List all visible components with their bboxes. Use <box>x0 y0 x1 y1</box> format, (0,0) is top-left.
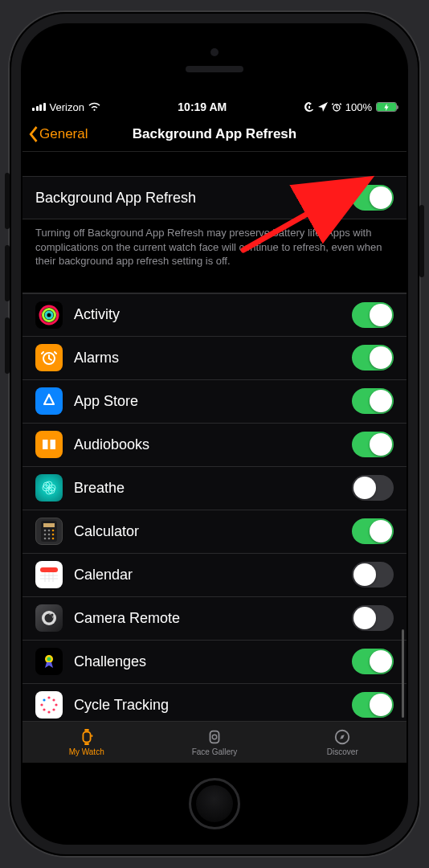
svg-point-16 <box>52 530 55 532</box>
activity-icon <box>35 301 63 329</box>
svg-point-18 <box>48 534 51 536</box>
tab-bar: My Watch Face Gallery Discover <box>22 721 407 763</box>
challenges-icon <box>35 648 63 675</box>
svg-point-11 <box>48 487 55 493</box>
svg-point-37 <box>55 704 57 706</box>
watch-icon <box>77 728 96 746</box>
master-toggle[interactable] <box>352 185 394 211</box>
svg-point-34 <box>47 657 51 661</box>
app-label: Calculator <box>74 523 352 540</box>
svg-point-38 <box>52 709 55 711</box>
toggle-cycle[interactable] <box>352 692 394 718</box>
svg-point-48 <box>212 735 217 739</box>
orientation-lock-icon <box>304 102 314 112</box>
svg-rect-24 <box>40 567 58 572</box>
master-toggle-label: Background App Refresh <box>35 190 352 207</box>
app-row-camera: Camera Remote <box>22 597 407 641</box>
svg-point-35 <box>47 697 50 699</box>
tab-face-gallery[interactable]: Face Gallery <box>150 722 278 763</box>
app-row-challenges: Challenges <box>22 641 407 684</box>
speaker-area <box>21 23 408 97</box>
master-toggle-cell: Background App Refresh <box>22 176 407 219</box>
svg-point-14 <box>44 530 47 532</box>
toggle-camera[interactable] <box>352 605 394 631</box>
toggle-audiobooks[interactable] <box>352 432 394 457</box>
camera-icon <box>35 604 63 632</box>
app-label: Activity <box>74 306 352 323</box>
app-label: Calendar <box>74 567 352 583</box>
alarm-app-icon <box>35 344 63 371</box>
tab-label: Discover <box>327 747 358 756</box>
signal-bars-icon <box>32 103 46 111</box>
app-row-alarms: Alarms <box>22 337 407 380</box>
tab-label: My Watch <box>69 747 104 756</box>
screen: Verizon 10:19 AM 100% Ge <box>22 97 407 763</box>
app-label: App Store <box>74 393 352 410</box>
app-label: Audiobooks <box>74 436 352 453</box>
alarm-icon <box>332 102 341 112</box>
toggle-activity[interactable] <box>352 302 394 328</box>
app-row-breathe: Breathe <box>22 467 407 510</box>
app-label: Breathe <box>74 480 352 497</box>
svg-point-32 <box>51 614 54 616</box>
settings-content[interactable]: Background App Refresh Turning off Backg… <box>22 152 407 721</box>
svg-point-22 <box>52 538 55 540</box>
tab-discover[interactable]: Discover <box>279 722 407 763</box>
app-list: Activity Alarms App St <box>22 293 407 721</box>
svg-point-20 <box>44 538 47 540</box>
master-toggle-footer: Turning off Background App Refresh may p… <box>22 219 407 268</box>
status-bar: Verizon 10:19 AM 100% <box>22 97 407 117</box>
svg-rect-46 <box>91 735 92 737</box>
app-row-cycle: Cycle Tracking <box>22 684 407 721</box>
cycle-tracking-icon <box>35 691 63 719</box>
location-icon <box>318 102 328 112</box>
app-row-activity: Activity <box>22 293 407 337</box>
toggle-appstore[interactable] <box>352 388 394 414</box>
toggle-challenges[interactable] <box>352 649 394 674</box>
app-label: Cycle Tracking <box>74 697 352 714</box>
nav-bar: General Background App Refresh <box>22 117 407 152</box>
battery-icon <box>376 102 397 112</box>
chin <box>21 763 408 845</box>
bezel: Verizon 10:19 AM 100% Ge <box>21 23 408 845</box>
back-button[interactable]: General <box>27 126 88 142</box>
breathe-icon <box>35 474 63 502</box>
toggle-calendar[interactable] <box>352 562 394 588</box>
svg-rect-13 <box>43 523 55 527</box>
toggle-breathe[interactable] <box>352 475 394 501</box>
app-label: Camera Remote <box>74 610 352 627</box>
tab-my-watch[interactable]: My Watch <box>22 722 150 763</box>
svg-point-19 <box>52 534 55 536</box>
app-row-appstore: App Store <box>22 380 407 424</box>
svg-rect-47 <box>210 731 219 743</box>
wifi-icon <box>88 102 100 112</box>
iphone-frame: Verizon 10:19 AM 100% Ge <box>10 12 419 856</box>
chevron-left-icon <box>27 126 38 142</box>
toggle-alarms[interactable] <box>352 345 394 371</box>
svg-rect-44 <box>84 729 89 731</box>
home-button[interactable] <box>189 778 240 829</box>
svg-point-10 <box>43 482 50 489</box>
svg-point-17 <box>44 534 47 536</box>
svg-point-15 <box>48 530 51 532</box>
svg-rect-0 <box>308 106 310 108</box>
tab-label: Face Gallery <box>192 747 238 756</box>
svg-rect-45 <box>84 743 89 745</box>
svg-point-40 <box>43 709 45 711</box>
audiobooks-icon <box>35 431 63 458</box>
scrollbar[interactable] <box>402 629 404 718</box>
toggle-calculator[interactable] <box>352 518 394 544</box>
app-label: Alarms <box>74 350 352 366</box>
earpiece-speaker <box>186 66 243 72</box>
status-time: 10:19 AM <box>178 100 227 113</box>
svg-rect-43 <box>83 732 90 743</box>
svg-point-21 <box>48 538 51 540</box>
svg-point-42 <box>43 699 45 702</box>
front-camera-icon <box>210 48 219 56</box>
calculator-icon <box>35 518 63 545</box>
app-row-audiobooks: Audiobooks <box>22 424 407 467</box>
svg-point-36 <box>52 699 55 702</box>
svg-point-39 <box>47 711 50 714</box>
calendar-icon <box>35 561 63 588</box>
app-row-calendar: Calendar <box>22 554 407 597</box>
